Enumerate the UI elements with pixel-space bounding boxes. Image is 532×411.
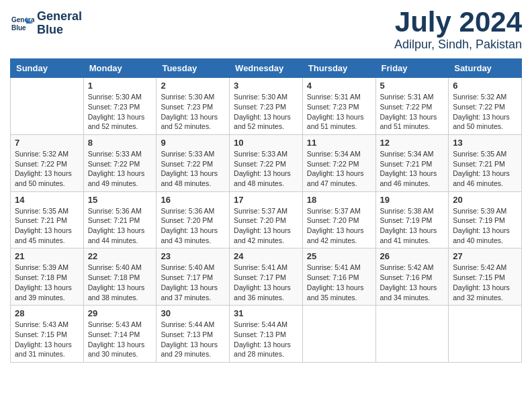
day-number: 14: [15, 195, 79, 205]
day-info: Sunrise: 5:41 AMSunset: 7:16 PMDaylight:…: [307, 263, 371, 302]
day-number: 29: [88, 308, 152, 318]
calendar-cell: 11Sunrise: 5:34 AMSunset: 7:22 PMDayligh…: [302, 134, 375, 191]
day-number: 4: [307, 81, 371, 91]
day-number: 25: [307, 251, 371, 261]
day-number: 16: [161, 195, 225, 205]
calendar-cell: 1Sunrise: 5:30 AMSunset: 7:23 PMDaylight…: [83, 78, 157, 135]
day-info: Sunrise: 5:42 AMSunset: 7:15 PMDaylight:…: [453, 263, 517, 302]
day-number: 22: [88, 251, 152, 261]
calendar-cell: 26Sunrise: 5:42 AMSunset: 7:16 PMDayligh…: [375, 248, 449, 306]
day-number: 12: [380, 138, 445, 148]
calendar-cell: 27Sunrise: 5:42 AMSunset: 7:15 PMDayligh…: [449, 248, 522, 306]
calendar-cell: 21Sunrise: 5:39 AMSunset: 7:18 PMDayligh…: [11, 248, 84, 306]
calendar-cell: 15Sunrise: 5:36 AMSunset: 7:21 PMDayligh…: [83, 191, 157, 248]
calendar-cell: 23Sunrise: 5:40 AMSunset: 7:17 PMDayligh…: [157, 248, 230, 306]
calendar-cell: 20Sunrise: 5:39 AMSunset: 7:19 PMDayligh…: [449, 191, 522, 248]
calendar-cell: 24Sunrise: 5:41 AMSunset: 7:17 PMDayligh…: [230, 248, 303, 306]
week-row-3: 14Sunrise: 5:35 AMSunset: 7:21 PMDayligh…: [11, 191, 522, 248]
day-number: 23: [161, 251, 225, 261]
day-number: 11: [307, 138, 371, 148]
title-area: July 2024 Adilpur, Sindh, Pakistan: [394, 7, 522, 52]
day-info: Sunrise: 5:35 AMSunset: 7:21 PMDaylight:…: [453, 149, 517, 189]
weekday-header-monday: Monday: [83, 59, 157, 78]
day-info: Sunrise: 5:43 AMSunset: 7:15 PMDaylight:…: [15, 320, 79, 359]
weekday-header-saturday: Saturday: [449, 59, 522, 78]
calendar-cell: 17Sunrise: 5:37 AMSunset: 7:20 PMDayligh…: [230, 191, 303, 248]
calendar-cell: 3Sunrise: 5:30 AMSunset: 7:23 PMDaylight…: [230, 78, 303, 135]
calendar-cell: 4Sunrise: 5:31 AMSunset: 7:23 PMDaylight…: [302, 78, 375, 135]
day-number: 10: [234, 138, 298, 148]
logo-text-line2: Blue: [37, 24, 82, 37]
calendar-cell: 10Sunrise: 5:33 AMSunset: 7:22 PMDayligh…: [230, 134, 303, 191]
location-subtitle: Adilpur, Sindh, Pakistan: [394, 38, 522, 52]
month-year-title: July 2024: [394, 7, 522, 38]
day-info: Sunrise: 5:37 AMSunset: 7:20 PMDaylight:…: [307, 206, 371, 246]
day-number: 31: [234, 308, 298, 318]
logo-text-line1: General: [37, 10, 82, 24]
day-info: Sunrise: 5:44 AMSunset: 7:13 PMDaylight:…: [234, 320, 298, 359]
calendar-cell: 12Sunrise: 5:34 AMSunset: 7:21 PMDayligh…: [375, 134, 449, 191]
day-number: 27: [453, 251, 517, 261]
day-info: Sunrise: 5:42 AMSunset: 7:16 PMDaylight:…: [380, 263, 445, 302]
day-info: Sunrise: 5:40 AMSunset: 7:17 PMDaylight:…: [161, 263, 225, 302]
day-info: Sunrise: 5:38 AMSunset: 7:19 PMDaylight:…: [380, 206, 445, 246]
day-number: 9: [161, 138, 225, 148]
day-info: Sunrise: 5:33 AMSunset: 7:22 PMDaylight:…: [88, 149, 152, 189]
day-info: Sunrise: 5:30 AMSunset: 7:23 PMDaylight:…: [161, 92, 225, 132]
calendar-cell: 13Sunrise: 5:35 AMSunset: 7:21 PMDayligh…: [449, 134, 522, 191]
weekday-header-thursday: Thursday: [302, 59, 375, 78]
calendar-cell: 2Sunrise: 5:30 AMSunset: 7:23 PMDaylight…: [157, 78, 230, 135]
calendar-cell: 8Sunrise: 5:33 AMSunset: 7:22 PMDaylight…: [83, 134, 157, 191]
day-info: Sunrise: 5:44 AMSunset: 7:13 PMDaylight:…: [161, 320, 225, 359]
day-number: 26: [380, 251, 445, 261]
day-info: Sunrise: 5:31 AMSunset: 7:23 PMDaylight:…: [307, 92, 371, 132]
day-info: Sunrise: 5:30 AMSunset: 7:23 PMDaylight:…: [88, 92, 152, 132]
day-info: Sunrise: 5:35 AMSunset: 7:21 PMDaylight:…: [15, 206, 79, 246]
logo-icon: General Blue: [10, 11, 34, 36]
day-number: 8: [88, 138, 152, 148]
day-info: Sunrise: 5:39 AMSunset: 7:18 PMDaylight:…: [15, 263, 79, 302]
calendar-cell: [302, 306, 375, 363]
day-number: 19: [380, 195, 445, 205]
calendar-cell: 25Sunrise: 5:41 AMSunset: 7:16 PMDayligh…: [302, 248, 375, 306]
calendar-cell: [375, 306, 449, 363]
day-number: 20: [453, 195, 517, 205]
calendar-cell: [449, 306, 522, 363]
day-info: Sunrise: 5:43 AMSunset: 7:14 PMDaylight:…: [88, 320, 152, 359]
weekday-header-friday: Friday: [375, 59, 449, 78]
calendar-cell: 14Sunrise: 5:35 AMSunset: 7:21 PMDayligh…: [11, 191, 84, 248]
logo: General Blue General Blue: [10, 10, 82, 37]
calendar-cell: 22Sunrise: 5:40 AMSunset: 7:18 PMDayligh…: [83, 248, 157, 306]
day-info: Sunrise: 5:37 AMSunset: 7:20 PMDaylight:…: [234, 206, 298, 246]
day-number: 13: [453, 138, 517, 148]
day-number: 30: [161, 308, 225, 318]
calendar-cell: 16Sunrise: 5:36 AMSunset: 7:20 PMDayligh…: [157, 191, 230, 248]
day-info: Sunrise: 5:36 AMSunset: 7:21 PMDaylight:…: [88, 206, 152, 246]
day-number: 3: [234, 81, 298, 91]
calendar-cell: 30Sunrise: 5:44 AMSunset: 7:13 PMDayligh…: [157, 306, 230, 363]
svg-text:Blue: Blue: [11, 24, 26, 32]
day-number: 1: [88, 81, 152, 91]
day-info: Sunrise: 5:36 AMSunset: 7:20 PMDaylight:…: [161, 206, 225, 246]
calendar-cell: 29Sunrise: 5:43 AMSunset: 7:14 PMDayligh…: [83, 306, 157, 363]
calendar-cell: 31Sunrise: 5:44 AMSunset: 7:13 PMDayligh…: [230, 306, 303, 363]
weekday-header-row: SundayMondayTuesdayWednesdayThursdayFrid…: [11, 59, 522, 78]
calendar-cell: 28Sunrise: 5:43 AMSunset: 7:15 PMDayligh…: [11, 306, 84, 363]
day-info: Sunrise: 5:40 AMSunset: 7:18 PMDaylight:…: [88, 263, 152, 302]
day-info: Sunrise: 5:33 AMSunset: 7:22 PMDaylight:…: [161, 149, 225, 189]
day-info: Sunrise: 5:33 AMSunset: 7:22 PMDaylight:…: [234, 149, 298, 189]
day-info: Sunrise: 5:41 AMSunset: 7:17 PMDaylight:…: [234, 263, 298, 302]
weekday-header-wednesday: Wednesday: [230, 59, 303, 78]
calendar-cell: 5Sunrise: 5:31 AMSunset: 7:22 PMDaylight…: [375, 78, 449, 135]
day-number: 21: [15, 251, 79, 261]
calendar-cell: 6Sunrise: 5:32 AMSunset: 7:22 PMDaylight…: [449, 78, 522, 135]
day-number: 17: [234, 195, 298, 205]
day-number: 5: [380, 81, 445, 91]
day-info: Sunrise: 5:32 AMSunset: 7:22 PMDaylight:…: [15, 149, 79, 189]
calendar-cell: 18Sunrise: 5:37 AMSunset: 7:20 PMDayligh…: [302, 191, 375, 248]
calendar-cell: 19Sunrise: 5:38 AMSunset: 7:19 PMDayligh…: [375, 191, 449, 248]
day-number: 15: [88, 195, 152, 205]
weekday-header-tuesday: Tuesday: [157, 59, 230, 78]
day-info: Sunrise: 5:34 AMSunset: 7:22 PMDaylight:…: [307, 149, 371, 189]
header: General Blue General Blue July 2024 Adil…: [10, 7, 522, 52]
